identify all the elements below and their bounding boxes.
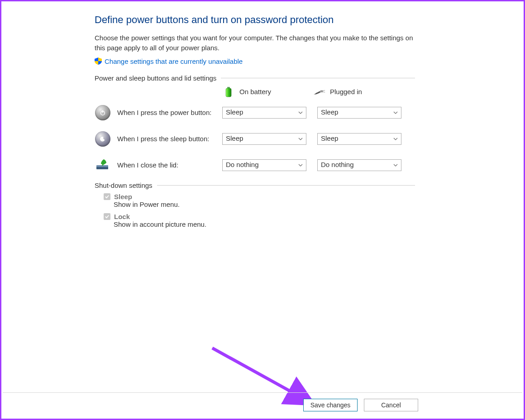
sleep-button-icon bbox=[95, 131, 111, 147]
chevron-down-icon bbox=[393, 110, 398, 115]
chevron-down-icon bbox=[393, 162, 398, 168]
select-power-battery[interactable]: Sleep bbox=[222, 107, 306, 119]
checkbox-sub-sleep: Show in Power menu. bbox=[114, 200, 415, 208]
svg-rect-1 bbox=[226, 88, 231, 97]
section-title-shutdown: Shut-down settings bbox=[95, 181, 153, 189]
section-header-shutdown: Shut-down settings bbox=[95, 181, 415, 189]
select-value: Do nothing bbox=[226, 161, 259, 168]
svg-line-3 bbox=[323, 90, 325, 91]
chevron-down-icon bbox=[393, 136, 398, 142]
shield-icon bbox=[95, 57, 102, 65]
save-button-label: Save changes bbox=[310, 401, 351, 409]
column-plugged-in: Plugged in bbox=[313, 86, 408, 98]
label-power-button: When I press the power button: bbox=[117, 109, 222, 116]
change-settings-link[interactable]: Change settings that are currently unava… bbox=[105, 57, 243, 65]
label-close-lid: When I close the lid: bbox=[117, 161, 222, 169]
cancel-button[interactable]: Cancel bbox=[364, 399, 418, 411]
svg-line-4 bbox=[323, 92, 325, 92]
select-lid-plugged[interactable]: Do nothing bbox=[317, 159, 401, 171]
select-lid-battery[interactable]: Do nothing bbox=[222, 159, 306, 171]
row-close-lid: When I close the lid: Do nothing Do noth… bbox=[95, 157, 415, 173]
save-button[interactable]: Save changes bbox=[303, 399, 358, 411]
select-value: Sleep bbox=[321, 134, 338, 142]
select-sleep-plugged[interactable]: Sleep bbox=[317, 133, 401, 145]
section-title-power-sleep: Power and sleep buttons and lid settings bbox=[95, 74, 216, 82]
checkbox-sub-lock: Show in account picture menu. bbox=[114, 220, 415, 228]
column-label-battery: On battery bbox=[239, 88, 271, 95]
page-description: Choose the power settings that you want … bbox=[95, 33, 415, 53]
select-value: Sleep bbox=[226, 108, 243, 116]
checkbox-lock[interactable] bbox=[104, 213, 110, 220]
shutdown-item-sleep: Sleep Show in Power menu. bbox=[104, 193, 415, 208]
select-sleep-battery[interactable]: Sleep bbox=[222, 133, 306, 145]
label-sleep-button: When I press the sleep button: bbox=[117, 135, 222, 143]
checkbox-label-sleep: Sleep bbox=[114, 193, 132, 200]
power-button-icon bbox=[95, 105, 111, 121]
checkbox-sleep[interactable] bbox=[104, 193, 110, 200]
select-value: Sleep bbox=[226, 134, 243, 142]
footer-bar: Save changes Cancel bbox=[3, 392, 522, 417]
checkbox-label-lock: Lock bbox=[114, 213, 130, 220]
select-value: Sleep bbox=[321, 108, 338, 116]
chevron-down-icon bbox=[298, 136, 303, 142]
row-sleep-button: When I press the sleep button: Sleep Sle… bbox=[95, 131, 415, 147]
column-on-battery: On battery bbox=[222, 86, 313, 98]
lid-icon bbox=[95, 157, 111, 173]
plug-icon bbox=[313, 86, 325, 98]
column-label-plugged: Plugged in bbox=[330, 88, 362, 95]
chevron-down-icon bbox=[298, 110, 303, 115]
change-settings-link-row[interactable]: Change settings that are currently unava… bbox=[95, 57, 415, 65]
svg-rect-0 bbox=[227, 87, 230, 88]
section-header-power-sleep: Power and sleep buttons and lid settings bbox=[95, 74, 415, 82]
battery-icon bbox=[222, 86, 235, 98]
select-value: Do nothing bbox=[321, 161, 354, 168]
row-power-button: When I press the power button: Sleep Sle… bbox=[95, 105, 415, 121]
select-power-plugged[interactable]: Sleep bbox=[317, 107, 401, 119]
svg-rect-2 bbox=[320, 90, 323, 92]
page-title: Define power buttons and turn on passwor… bbox=[95, 14, 415, 26]
shutdown-item-lock: Lock Show in account picture menu. bbox=[104, 213, 415, 228]
chevron-down-icon bbox=[298, 162, 303, 168]
cancel-button-label: Cancel bbox=[381, 401, 401, 409]
